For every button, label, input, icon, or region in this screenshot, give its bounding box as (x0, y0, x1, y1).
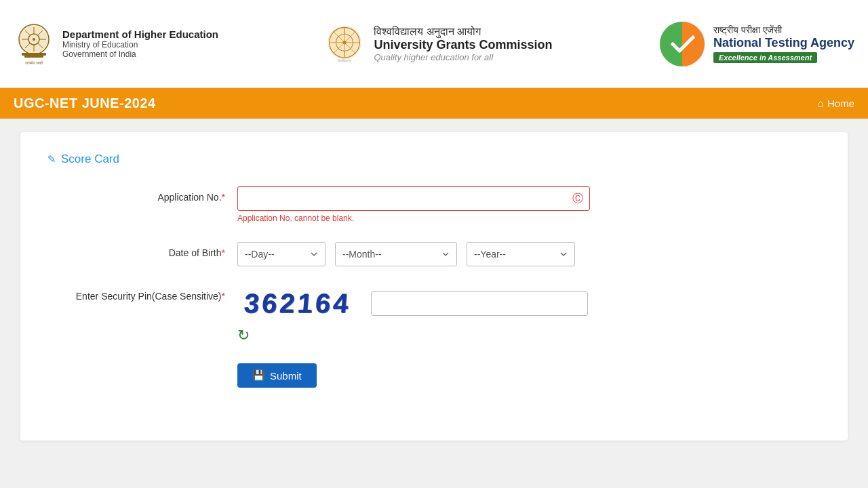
captcha-row: 362164 (237, 285, 590, 321)
ugc-text-block: विश्वविद्यालय अनुदान आयोग University Gra… (374, 26, 552, 62)
nta-logo-icon (659, 21, 705, 67)
svg-rect-12 (24, 56, 43, 58)
dept-name: Department of Higher Education (62, 28, 218, 40)
svg-text:सत्यमेव जयते: सत्यमेव जयते (24, 60, 44, 65)
nta-hindi-name: राष्ट्रीय परीक्षा एजेंसी (713, 24, 782, 36)
app-no-error: Application No. cannot be blank. (237, 214, 590, 223)
submit-button[interactable]: 💾 Submit (237, 363, 317, 388)
page-title: UGC-NET JUNE-2024 (14, 96, 156, 111)
header-left: सत्यमेव जयते Department of Higher Educat… (14, 20, 218, 68)
year-select[interactable]: --Year-- (467, 242, 575, 266)
dob-required: * (222, 247, 225, 258)
pin-required: * (222, 291, 225, 302)
govt-label: Government of India (62, 49, 218, 59)
captcha-input[interactable] (371, 291, 588, 316)
scorecard-edit-icon: ✎ (47, 153, 56, 165)
header-right: राष्ट्रीय परीक्षा एजेंसी National Testin… (659, 21, 854, 67)
ashoka-emblem-icon: सत्यमेव जयते (14, 20, 54, 68)
main-content: ✎ Score Card Application No.* Ⓒ Applicat… (0, 119, 868, 454)
ugc-hindi-name: विश्वविद्यालय अनुदान आयोग (374, 26, 481, 38)
save-icon: 💾 (252, 369, 265, 382)
security-pin-label: Enter Security Pin(Case Sensitive)* (47, 285, 237, 302)
svg-point-2 (33, 38, 35, 41)
dob-selects: --Day-- --Month-- --Year-- (237, 242, 590, 266)
page-header: सत्यमेव जयते Department of Higher Educat… (0, 0, 868, 88)
app-no-control: Ⓒ Application No. cannot be blank. (237, 186, 590, 223)
header-center: विश्वविद्यालय विश्वविद्यालय अनुदान आयोग … (325, 24, 552, 64)
captcha-image: 362164 (237, 285, 357, 321)
form-card: ✎ Score Card Application No.* Ⓒ Applicat… (20, 132, 848, 441)
nta-text-block: राष्ट्रीय परीक्षा एजेंसी National Testin… (713, 24, 854, 64)
app-no-label: Application No.* (47, 186, 237, 203)
svg-rect-11 (22, 53, 46, 56)
navbar: UGC-NET JUNE-2024 ⌂ Home (0, 88, 868, 119)
application-no-row: Application No.* Ⓒ Application No. canno… (47, 186, 821, 223)
home-link[interactable]: ⌂ Home (817, 98, 854, 110)
nta-english-name: National Testing Agency (713, 36, 854, 51)
submit-control: 💾 Submit (237, 363, 317, 388)
ugc-english-name: University Grants Commission (374, 38, 552, 52)
day-select[interactable]: --Day-- (237, 242, 326, 266)
ugc-tagline: Quality higher education for all (374, 52, 493, 62)
refresh-captcha-icon[interactable]: ↻ (237, 327, 250, 344)
scorecard-title-text: Score Card (61, 152, 119, 166)
dept-text: Department of Higher Education Ministry … (62, 28, 218, 59)
error-icon: Ⓒ (572, 192, 583, 206)
captcha-control: 362164 ↻ (237, 285, 590, 344)
svg-text:विश्वविद्यालय: विश्वविद्यालय (338, 59, 352, 62)
month-select[interactable]: --Month-- (335, 242, 457, 266)
dob-row: Date of Birth* --Day-- --Month-- --Year-… (47, 242, 821, 266)
submit-label: Submit (270, 370, 302, 382)
nta-badge: Excellence in Assessment (713, 52, 817, 63)
scorecard-title: ✎ Score Card (47, 152, 821, 166)
captcha-value: 362164 (243, 288, 352, 319)
dob-label: Date of Birth* (47, 242, 237, 258)
ministry-label: Ministry of Education (62, 40, 218, 49)
security-pin-row: Enter Security Pin(Case Sensitive)* 3621… (47, 285, 821, 344)
application-no-input[interactable] (237, 186, 590, 211)
home-label: Home (827, 98, 854, 109)
app-no-required: * (222, 192, 225, 203)
home-icon: ⌂ (817, 98, 824, 110)
ugc-logo-icon: विश्वविद्यालय (325, 24, 364, 64)
dob-control: --Day-- --Month-- --Year-- (237, 242, 590, 266)
submit-row: 💾 Submit (47, 363, 821, 388)
